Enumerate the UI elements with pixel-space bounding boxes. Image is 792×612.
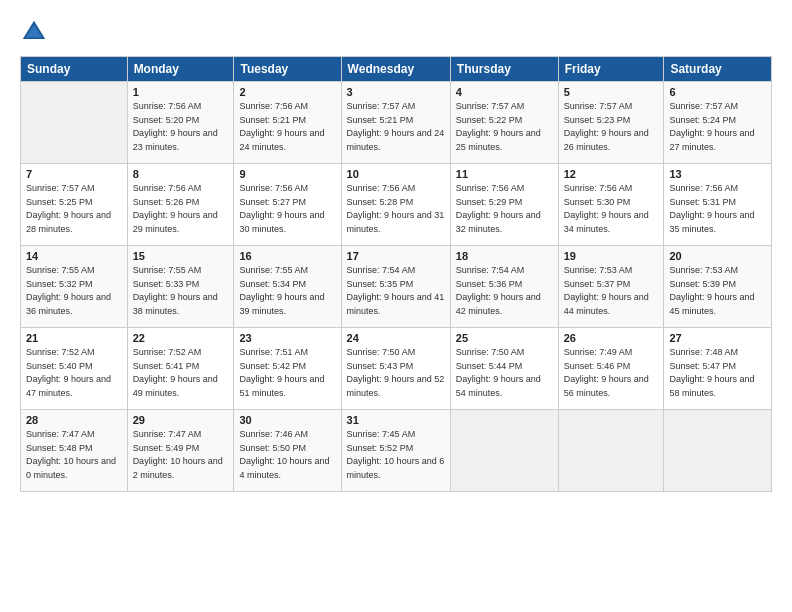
day-number: 25: [456, 332, 553, 344]
day-number: 31: [347, 414, 445, 426]
day-number: 6: [669, 86, 766, 98]
day-number: 27: [669, 332, 766, 344]
day-info: Sunrise: 7:57 AM Sunset: 5:23 PM Dayligh…: [564, 100, 659, 154]
week-row: 1 Sunrise: 7:56 AM Sunset: 5:20 PM Dayli…: [21, 82, 772, 164]
calendar: SundayMondayTuesdayWednesdayThursdayFrid…: [20, 56, 772, 492]
day-info: Sunrise: 7:48 AM Sunset: 5:47 PM Dayligh…: [669, 346, 766, 400]
day-info: Sunrise: 7:51 AM Sunset: 5:42 PM Dayligh…: [239, 346, 335, 400]
day-cell: 15 Sunrise: 7:55 AM Sunset: 5:33 PM Dayl…: [127, 246, 234, 328]
week-row: 14 Sunrise: 7:55 AM Sunset: 5:32 PM Dayl…: [21, 246, 772, 328]
day-info: Sunrise: 7:57 AM Sunset: 5:22 PM Dayligh…: [456, 100, 553, 154]
day-info: Sunrise: 7:55 AM Sunset: 5:33 PM Dayligh…: [133, 264, 229, 318]
day-cell: 20 Sunrise: 7:53 AM Sunset: 5:39 PM Dayl…: [664, 246, 772, 328]
day-cell: 3 Sunrise: 7:57 AM Sunset: 5:21 PM Dayli…: [341, 82, 450, 164]
day-cell: 4 Sunrise: 7:57 AM Sunset: 5:22 PM Dayli…: [450, 82, 558, 164]
day-cell: [21, 82, 128, 164]
day-number: 16: [239, 250, 335, 262]
day-cell: 11 Sunrise: 7:56 AM Sunset: 5:29 PM Dayl…: [450, 164, 558, 246]
day-cell: 12 Sunrise: 7:56 AM Sunset: 5:30 PM Dayl…: [558, 164, 664, 246]
day-info: Sunrise: 7:50 AM Sunset: 5:43 PM Dayligh…: [347, 346, 445, 400]
day-number: 2: [239, 86, 335, 98]
day-info: Sunrise: 7:56 AM Sunset: 5:27 PM Dayligh…: [239, 182, 335, 236]
day-cell: 7 Sunrise: 7:57 AM Sunset: 5:25 PM Dayli…: [21, 164, 128, 246]
day-cell: 2 Sunrise: 7:56 AM Sunset: 5:21 PM Dayli…: [234, 82, 341, 164]
day-number: 12: [564, 168, 659, 180]
day-number: 30: [239, 414, 335, 426]
day-info: Sunrise: 7:47 AM Sunset: 5:48 PM Dayligh…: [26, 428, 122, 482]
day-cell: [558, 410, 664, 492]
day-info: Sunrise: 7:49 AM Sunset: 5:46 PM Dayligh…: [564, 346, 659, 400]
header: [20, 18, 772, 46]
day-number: 5: [564, 86, 659, 98]
day-info: Sunrise: 7:47 AM Sunset: 5:49 PM Dayligh…: [133, 428, 229, 482]
day-cell: 14 Sunrise: 7:55 AM Sunset: 5:32 PM Dayl…: [21, 246, 128, 328]
day-cell: 17 Sunrise: 7:54 AM Sunset: 5:35 PM Dayl…: [341, 246, 450, 328]
day-info: Sunrise: 7:45 AM Sunset: 5:52 PM Dayligh…: [347, 428, 445, 482]
calendar-header: SundayMondayTuesdayWednesdayThursdayFrid…: [21, 57, 772, 82]
day-info: Sunrise: 7:50 AM Sunset: 5:44 PM Dayligh…: [456, 346, 553, 400]
week-row: 21 Sunrise: 7:52 AM Sunset: 5:40 PM Dayl…: [21, 328, 772, 410]
day-number: 9: [239, 168, 335, 180]
day-cell: 5 Sunrise: 7:57 AM Sunset: 5:23 PM Dayli…: [558, 82, 664, 164]
day-cell: 10 Sunrise: 7:56 AM Sunset: 5:28 PM Dayl…: [341, 164, 450, 246]
day-number: 11: [456, 168, 553, 180]
day-number: 24: [347, 332, 445, 344]
day-cell: 16 Sunrise: 7:55 AM Sunset: 5:34 PM Dayl…: [234, 246, 341, 328]
day-number: 7: [26, 168, 122, 180]
day-cell: 1 Sunrise: 7:56 AM Sunset: 5:20 PM Dayli…: [127, 82, 234, 164]
day-number: 22: [133, 332, 229, 344]
day-number: 14: [26, 250, 122, 262]
day-number: 8: [133, 168, 229, 180]
day-cell: 18 Sunrise: 7:54 AM Sunset: 5:36 PM Dayl…: [450, 246, 558, 328]
day-cell: 27 Sunrise: 7:48 AM Sunset: 5:47 PM Dayl…: [664, 328, 772, 410]
day-info: Sunrise: 7:56 AM Sunset: 5:29 PM Dayligh…: [456, 182, 553, 236]
page: SundayMondayTuesdayWednesdayThursdayFrid…: [0, 0, 792, 612]
day-info: Sunrise: 7:57 AM Sunset: 5:25 PM Dayligh…: [26, 182, 122, 236]
day-number: 20: [669, 250, 766, 262]
logo: [20, 18, 50, 46]
day-number: 19: [564, 250, 659, 262]
week-row: 28 Sunrise: 7:47 AM Sunset: 5:48 PM Dayl…: [21, 410, 772, 492]
day-cell: 31 Sunrise: 7:45 AM Sunset: 5:52 PM Dayl…: [341, 410, 450, 492]
day-number: 23: [239, 332, 335, 344]
day-number: 1: [133, 86, 229, 98]
day-info: Sunrise: 7:54 AM Sunset: 5:36 PM Dayligh…: [456, 264, 553, 318]
day-info: Sunrise: 7:53 AM Sunset: 5:37 PM Dayligh…: [564, 264, 659, 318]
day-cell: 24 Sunrise: 7:50 AM Sunset: 5:43 PM Dayl…: [341, 328, 450, 410]
day-cell: 30 Sunrise: 7:46 AM Sunset: 5:50 PM Dayl…: [234, 410, 341, 492]
day-header-friday: Friday: [558, 57, 664, 82]
day-cell: 25 Sunrise: 7:50 AM Sunset: 5:44 PM Dayl…: [450, 328, 558, 410]
day-cell: 29 Sunrise: 7:47 AM Sunset: 5:49 PM Dayl…: [127, 410, 234, 492]
day-info: Sunrise: 7:57 AM Sunset: 5:24 PM Dayligh…: [669, 100, 766, 154]
day-number: 28: [26, 414, 122, 426]
day-cell: 23 Sunrise: 7:51 AM Sunset: 5:42 PM Dayl…: [234, 328, 341, 410]
day-info: Sunrise: 7:54 AM Sunset: 5:35 PM Dayligh…: [347, 264, 445, 318]
day-number: 17: [347, 250, 445, 262]
day-info: Sunrise: 7:52 AM Sunset: 5:40 PM Dayligh…: [26, 346, 122, 400]
header-row: SundayMondayTuesdayWednesdayThursdayFrid…: [21, 57, 772, 82]
day-info: Sunrise: 7:56 AM Sunset: 5:26 PM Dayligh…: [133, 182, 229, 236]
day-info: Sunrise: 7:46 AM Sunset: 5:50 PM Dayligh…: [239, 428, 335, 482]
day-cell: [664, 410, 772, 492]
day-cell: 9 Sunrise: 7:56 AM Sunset: 5:27 PM Dayli…: [234, 164, 341, 246]
day-info: Sunrise: 7:55 AM Sunset: 5:34 PM Dayligh…: [239, 264, 335, 318]
day-number: 26: [564, 332, 659, 344]
day-info: Sunrise: 7:56 AM Sunset: 5:30 PM Dayligh…: [564, 182, 659, 236]
day-header-thursday: Thursday: [450, 57, 558, 82]
day-header-monday: Monday: [127, 57, 234, 82]
day-cell: 21 Sunrise: 7:52 AM Sunset: 5:40 PM Dayl…: [21, 328, 128, 410]
day-info: Sunrise: 7:56 AM Sunset: 5:21 PM Dayligh…: [239, 100, 335, 154]
day-cell: 22 Sunrise: 7:52 AM Sunset: 5:41 PM Dayl…: [127, 328, 234, 410]
day-info: Sunrise: 7:53 AM Sunset: 5:39 PM Dayligh…: [669, 264, 766, 318]
week-row: 7 Sunrise: 7:57 AM Sunset: 5:25 PM Dayli…: [21, 164, 772, 246]
day-info: Sunrise: 7:56 AM Sunset: 5:28 PM Dayligh…: [347, 182, 445, 236]
day-info: Sunrise: 7:55 AM Sunset: 5:32 PM Dayligh…: [26, 264, 122, 318]
calendar-body: 1 Sunrise: 7:56 AM Sunset: 5:20 PM Dayli…: [21, 82, 772, 492]
day-number: 4: [456, 86, 553, 98]
day-cell: 28 Sunrise: 7:47 AM Sunset: 5:48 PM Dayl…: [21, 410, 128, 492]
day-header-tuesday: Tuesday: [234, 57, 341, 82]
day-cell: 6 Sunrise: 7:57 AM Sunset: 5:24 PM Dayli…: [664, 82, 772, 164]
day-cell: 13 Sunrise: 7:56 AM Sunset: 5:31 PM Dayl…: [664, 164, 772, 246]
day-number: 15: [133, 250, 229, 262]
day-cell: [450, 410, 558, 492]
